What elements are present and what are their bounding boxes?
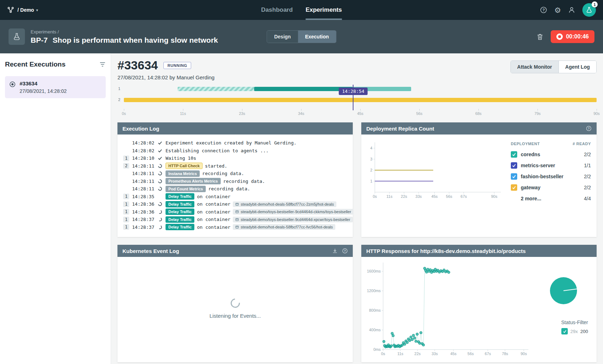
deployment-name: gateway bbox=[521, 185, 581, 190]
timeline-tick-label: 90s bbox=[593, 111, 600, 116]
download-button[interactable] bbox=[332, 248, 338, 254]
left-column: Execution Log 14:28:02Experiment executi… bbox=[117, 122, 353, 362]
log-state-icon bbox=[157, 202, 163, 206]
container-chip[interactable]: steadybit-demo/hot-deals-58fbcf77cc-2zm5… bbox=[233, 201, 336, 207]
nav-tab-experiments[interactable]: Experiments bbox=[305, 0, 342, 20]
help-button[interactable]: ? bbox=[540, 6, 547, 14]
log-state-icon bbox=[157, 148, 163, 153]
container-chip[interactable]: steadybit-demo/toys-bestseller-9cd4464d-… bbox=[233, 217, 353, 222]
deployment-ready: 2/2 bbox=[584, 174, 591, 179]
log-entry: 114:28:36Delay Trafficon containersteady… bbox=[123, 200, 347, 208]
primary-nav: Dashboard Experiments bbox=[261, 0, 342, 20]
monitor-log-toggle: Attack Monitor Agent Log bbox=[510, 60, 597, 73]
replica-help-button[interactable]: ? bbox=[586, 126, 592, 131]
timeline-segment[interactable] bbox=[178, 87, 254, 91]
tenant-switcher[interactable]: / Demo ▾ bbox=[17, 7, 38, 13]
attack-badge: Delay Traffic bbox=[166, 224, 194, 230]
svg-text:56s: 56s bbox=[446, 194, 452, 199]
svg-text:56s: 56s bbox=[467, 352, 474, 356]
stop-icon bbox=[556, 33, 563, 40]
svg-text:11s: 11s bbox=[397, 352, 403, 356]
nav-right: ? ⚙ 1 bbox=[540, 3, 596, 17]
execution-detail-header: #33634 RUNNING 27/08/2021, 14:28:02 by M… bbox=[117, 58, 597, 80]
tab-attack-monitor[interactable]: Attack Monitor bbox=[511, 61, 559, 73]
tab-agent-log[interactable]: Agent Log bbox=[559, 61, 596, 73]
timeline-row-number: 1 bbox=[118, 86, 120, 91]
deployment-checkbox[interactable] bbox=[511, 151, 517, 158]
deployment-table: DEPLOYMENT # READY coredns2/2metrics-ser… bbox=[510, 139, 592, 204]
log-state-icon bbox=[157, 217, 163, 221]
timeline-track[interactable] bbox=[124, 98, 597, 102]
log-step-number bbox=[123, 186, 129, 192]
timeline-row-number: 2 bbox=[118, 97, 120, 102]
timeline-segment[interactable] bbox=[124, 98, 597, 102]
svg-text:22s: 22s bbox=[414, 352, 421, 356]
svg-text:90s: 90s bbox=[521, 352, 527, 356]
log-text: recording data. bbox=[223, 179, 265, 184]
experiment-header-left: Experiments / BP-7 Shop is performant wh… bbox=[9, 28, 218, 45]
k8s-event-log-header: Kubernetes Event Log ? bbox=[117, 245, 353, 257]
timeline-segment[interactable] bbox=[254, 87, 353, 91]
http-responses-header: HTTP Responses for http://k8s-dev.demo.s… bbox=[361, 245, 597, 257]
deployment-checkbox[interactable] bbox=[511, 162, 517, 169]
container-chip[interactable]: steadybit-demo/toys-bestseller-9cd4464d-… bbox=[233, 209, 353, 215]
deployment-row: 2 more...4/4 bbox=[510, 193, 592, 204]
sidebar-header: Recent Executions bbox=[5, 60, 106, 68]
deployment-checkbox[interactable] bbox=[511, 184, 517, 191]
deployment-checkbox[interactable] bbox=[511, 173, 517, 180]
svg-text:?: ? bbox=[542, 8, 545, 12]
execution-meta: 27/08/2021, 14:28:02 by Manuel Gerding bbox=[117, 74, 215, 80]
tab-execution[interactable]: Execution bbox=[298, 31, 336, 43]
container-chip[interactable]: steadybit-demo/hot-deals-58fbcf77cc-fvc5… bbox=[233, 224, 335, 230]
timeline-cursor-tooltip: 14:28:54 bbox=[339, 88, 368, 95]
replica-count-header: Deployment Replica Count ? bbox=[361, 122, 597, 134]
breadcrumb[interactable]: Experiments / bbox=[31, 29, 218, 35]
deployment-name: fashion-bestseller bbox=[521, 174, 581, 179]
experiment-title: BP-7 Shop is performant when having slow… bbox=[31, 36, 218, 44]
experiment-header-text: Experiments / BP-7 Shop is performant wh… bbox=[31, 29, 218, 44]
stop-timer-button[interactable]: 00:00:46 bbox=[551, 30, 594, 43]
user-button[interactable] bbox=[568, 6, 575, 14]
avatar[interactable]: 1 bbox=[582, 3, 596, 17]
timeline-tick-label: 68s bbox=[475, 111, 482, 116]
log-entry: 14:28:11Pod Count Metricsrecording data. bbox=[123, 185, 347, 193]
svg-text:78s: 78s bbox=[502, 352, 508, 356]
tab-design[interactable]: Design bbox=[267, 31, 298, 43]
deployment-row: coredns2/2 bbox=[510, 149, 592, 160]
filter-button[interactable] bbox=[99, 61, 106, 68]
svg-text:3: 3 bbox=[370, 157, 372, 161]
timeline-tickmark bbox=[242, 109, 242, 111]
k8s-help-button[interactable]: ? bbox=[342, 248, 348, 254]
status-200-checkbox[interactable] bbox=[561, 328, 568, 334]
log-entry: 114:28:36Delay Trafficon containersteady… bbox=[123, 208, 347, 216]
svg-text:?: ? bbox=[344, 249, 346, 253]
replica-count-chart: 12340s11s22s33s45s56s67s90s bbox=[366, 139, 506, 201]
execution-id: #33634 bbox=[117, 58, 158, 72]
svg-text:1600ms: 1600ms bbox=[367, 269, 381, 273]
log-entry: 114:28:10Waiting 10s bbox=[123, 154, 347, 162]
k8s-event-log-body: Listening for Events... bbox=[117, 257, 353, 360]
deployment-name: metrics-server bbox=[521, 163, 581, 168]
execution-list-item[interactable]: #3363427/08/2021, 14:28:02 bbox=[5, 76, 106, 98]
timeline-tickmark bbox=[538, 109, 538, 111]
deployment-ready: 4/4 bbox=[584, 196, 591, 201]
delete-button[interactable] bbox=[536, 33, 544, 40]
deployment-more-link[interactable]: 2 more... bbox=[521, 196, 581, 201]
panel-k8s-event-log: Kubernetes Event Log ? bbox=[117, 245, 353, 362]
timeline-tickmark bbox=[360, 109, 361, 111]
log-text: on container bbox=[197, 217, 230, 222]
log-text: recording data. bbox=[202, 171, 244, 176]
svg-text:90s: 90s bbox=[491, 194, 497, 199]
panel-replica-count: Deployment Replica Count ? 12340s11s22s3… bbox=[361, 122, 597, 237]
svg-text:0ms: 0ms bbox=[373, 347, 381, 352]
nav-tab-dashboard[interactable]: Dashboard bbox=[261, 0, 293, 20]
timeline-cursor[interactable]: 14:28:54 bbox=[353, 85, 353, 110]
log-entry: 14:28:02Experiment execution created by … bbox=[123, 139, 347, 147]
log-entry: 14:28:02Establishing connection to agent… bbox=[123, 147, 347, 155]
settings-button[interactable]: ⚙ bbox=[554, 6, 561, 14]
execution-item-id: #33634 bbox=[20, 80, 67, 86]
deployment-rows: coredns2/2metrics-server1/1fashion-bests… bbox=[510, 149, 592, 204]
deployment-ready: 1/1 bbox=[584, 163, 591, 168]
svg-text:?: ? bbox=[588, 127, 589, 130]
log-text: Establishing connection to agents ... bbox=[166, 148, 269, 153]
